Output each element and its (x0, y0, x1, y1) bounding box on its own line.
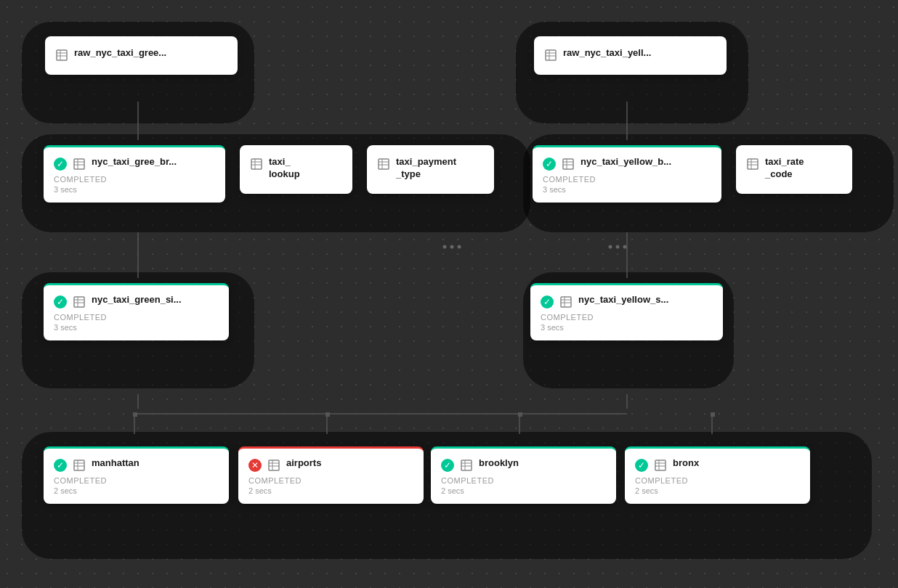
node-nyc-yellow-s[interactable]: ✓ nyc_taxi_yellow_s... COMPLETED 3 secs (530, 283, 723, 340)
node-bronx-status: COMPLETED (635, 476, 800, 485)
svg-rect-61 (269, 460, 279, 470)
svg-rect-49 (74, 297, 84, 307)
node-nyc-green-br-time: 3 secs (54, 185, 215, 194)
svg-rect-65 (461, 460, 472, 470)
table-icon (73, 459, 86, 472)
node-airports-title: airports (286, 457, 321, 470)
svg-rect-57 (74, 460, 84, 470)
node-nyc-green-si-title: nyc_taxi_green_si... (92, 294, 182, 306)
svg-rect-21 (57, 50, 67, 60)
svg-rect-53 (561, 297, 571, 307)
table-icon (746, 158, 759, 171)
svg-rect-20 (711, 412, 715, 417)
node-nyc-yellow-b-status: COMPLETED (543, 175, 711, 184)
node-nyc-yellow-b-title: nyc_taxi_yellow_b... (581, 156, 671, 168)
success-icon: ✓ (543, 158, 556, 171)
node-nyc-yellow-b-time: 3 secs (543, 185, 711, 194)
success-icon: ✓ (54, 158, 67, 171)
table-icon (562, 158, 575, 171)
node-taxi-payment-title: taxi_payment_type (396, 156, 456, 181)
node-bronx[interactable]: ✓ bronx COMPLETED 2 secs (625, 446, 810, 504)
svg-rect-69 (655, 460, 666, 470)
svg-rect-37 (379, 159, 389, 169)
node-manhattan-time: 2 secs (54, 486, 219, 495)
success-icon: ✓ (54, 459, 67, 472)
svg-rect-33 (251, 159, 262, 169)
success-icon: ✓ (541, 295, 554, 309)
node-airports[interactable]: ✕ airports COMPLETED 2 secs (238, 446, 424, 504)
error-icon: ✕ (248, 459, 262, 472)
node-nyc-green-si-status: COMPLETED (54, 313, 219, 322)
table-icon (73, 295, 86, 309)
node-taxi-lookup-title: taxi_lookup (269, 156, 300, 181)
node-airports-time: 2 secs (248, 486, 413, 495)
success-icon: ✓ (54, 295, 67, 309)
svg-rect-25 (546, 50, 556, 60)
node-nyc-yellow-s-time: 3 secs (541, 323, 713, 332)
node-brooklyn[interactable]: ✓ brooklyn COMPLETED 2 secs (431, 446, 616, 504)
node-raw-yellow[interactable]: raw_nyc_taxi_yell... (534, 36, 727, 75)
node-manhattan-title: manhattan (92, 457, 139, 470)
node-brooklyn-title: brooklyn (479, 457, 519, 470)
node-nyc-green-si-time: 3 secs (54, 323, 219, 332)
svg-point-16 (623, 245, 627, 249)
node-manhattan[interactable]: ✓ manhattan COMPLETED 2 secs (44, 446, 229, 504)
node-taxi-rate-title: taxi_rate_code (765, 156, 804, 181)
table-icon (55, 49, 68, 62)
node-brooklyn-status: COMPLETED (441, 476, 606, 485)
node-airports-status: COMPLETED (248, 476, 413, 485)
node-bronx-time: 2 secs (635, 486, 800, 495)
table-icon (267, 459, 280, 472)
svg-rect-29 (74, 159, 84, 169)
table-icon (377, 158, 390, 171)
table-icon (73, 158, 86, 171)
table-icon (559, 295, 573, 309)
node-nyc-yellow-b[interactable]: ✓ nyc_taxi_yellow_b... COMPLETED 3 secs (533, 145, 721, 203)
svg-point-13 (458, 245, 461, 249)
svg-rect-19 (518, 412, 522, 417)
svg-rect-17 (133, 412, 137, 417)
node-nyc-green-br[interactable]: ✓ nyc_taxi_gree_br... COMPLETED 3 secs (44, 145, 225, 203)
table-icon (654, 459, 667, 472)
node-brooklyn-time: 2 secs (441, 486, 606, 495)
svg-point-15 (616, 245, 620, 249)
node-nyc-yellow-s-title: nyc_taxi_yellow_s... (578, 294, 668, 306)
svg-point-11 (443, 245, 447, 249)
success-icon: ✓ (635, 459, 648, 472)
node-raw-green-title: raw_nyc_taxi_gree... (74, 47, 166, 60)
svg-rect-41 (563, 159, 573, 169)
table-icon (544, 49, 557, 62)
node-manhattan-status: COMPLETED (54, 476, 219, 485)
node-raw-green[interactable]: raw_nyc_taxi_gree... (45, 36, 238, 75)
node-nyc-green-si[interactable]: ✓ nyc_taxi_green_si... COMPLETED 3 secs (44, 283, 229, 340)
svg-point-14 (609, 245, 612, 249)
node-nyc-green-br-title: nyc_taxi_gree_br... (92, 156, 177, 168)
node-taxi-payment[interactable]: taxi_payment_type (367, 145, 494, 194)
node-nyc-yellow-s-status: COMPLETED (541, 313, 713, 322)
table-icon (250, 158, 263, 171)
node-taxi-rate[interactable]: taxi_rate_code (736, 145, 852, 194)
node-taxi-lookup[interactable]: taxi_lookup (240, 145, 352, 194)
svg-point-12 (450, 245, 454, 249)
table-icon (460, 459, 473, 472)
svg-rect-18 (325, 412, 330, 417)
node-raw-yellow-title: raw_nyc_taxi_yell... (563, 47, 651, 60)
node-nyc-green-br-status: COMPLETED (54, 175, 215, 184)
node-bronx-title: bronx (673, 457, 699, 470)
success-icon: ✓ (441, 459, 454, 472)
svg-rect-45 (748, 159, 758, 169)
